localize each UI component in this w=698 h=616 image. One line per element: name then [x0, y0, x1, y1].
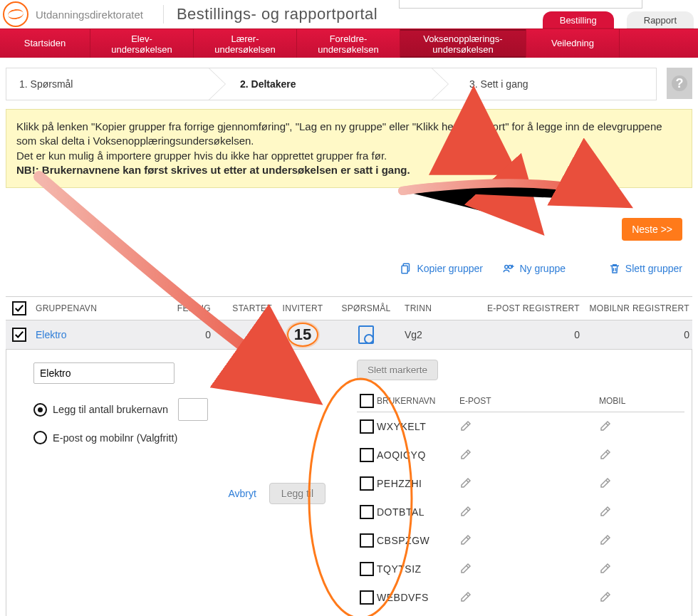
- ny-gruppe-link[interactable]: Ny gruppe: [502, 262, 566, 275]
- user-epost-edit[interactable]: [459, 562, 599, 577]
- user-epost-edit[interactable]: [459, 505, 599, 520]
- group-name-input[interactable]: [33, 362, 174, 384]
- edit-icon[interactable]: [599, 448, 612, 461]
- nav-voksen-l2: undersøkelsen: [400, 44, 526, 55]
- user-epost-edit[interactable]: [459, 419, 599, 434]
- edit-icon[interactable]: [599, 419, 612, 432]
- user-mobil-edit[interactable]: [599, 476, 684, 491]
- user-checkbox[interactable]: [360, 476, 374, 491]
- user-mobil-edit[interactable]: [599, 505, 684, 520]
- svg-rect-1: [402, 266, 407, 273]
- edit-icon[interactable]: [599, 505, 612, 518]
- edit-icon[interactable]: [459, 533, 472, 546]
- nav-larer-l2: undersøkelsen: [194, 44, 296, 55]
- slett-markerte-button[interactable]: Slett markerte: [357, 360, 438, 380]
- radio-add-count[interactable]: [33, 403, 47, 417]
- group-startet: 0 0: [214, 329, 275, 340]
- user-name: WEBDVFS: [377, 592, 459, 603]
- nav-foreldre-l1: Foreldre-: [297, 33, 400, 44]
- nav-elev[interactable]: Elev- undersøkelsen: [90, 29, 194, 58]
- info-line-2: Det er kun mulig å importere grupper hvi…: [16, 149, 682, 163]
- main-nav: Startsiden Elev- undersøkelsen Lærer- un…: [0, 28, 698, 58]
- uh-brukernav: BRUKERNAVN: [377, 396, 459, 406]
- edit-icon[interactable]: [459, 590, 472, 603]
- user-epost-edit[interactable]: [459, 448, 599, 463]
- edit-icon[interactable]: [459, 476, 472, 489]
- wizard-step-2: 2. Deltakere: [219, 68, 441, 100]
- user-mobil-edit[interactable]: [599, 533, 684, 548]
- sporsmal-view-icon[interactable]: [358, 325, 374, 344]
- wizard-arrow: [432, 68, 449, 100]
- nav-veiledning[interactable]: Veiledning: [526, 29, 620, 58]
- user-mobil-edit[interactable]: [599, 419, 684, 434]
- user-checkbox[interactable]: [360, 562, 374, 576]
- user-name: WXYKELT: [377, 421, 459, 432]
- legg-til-button[interactable]: Legg til: [269, 483, 325, 504]
- edit-icon[interactable]: [599, 590, 612, 603]
- ny-gruppe-label: Ny gruppe: [519, 263, 566, 274]
- edit-icon[interactable]: [599, 533, 612, 546]
- group-row[interactable]: Elektro 0 0 0 15 Vg2 0 0: [6, 320, 692, 350]
- group-name-link[interactable]: Elektro: [33, 329, 155, 340]
- user-epost-edit[interactable]: [459, 590, 599, 605]
- uh-mobil: MOBIL: [599, 396, 684, 406]
- trash-icon: [608, 262, 621, 275]
- nav-startsiden[interactable]: Startsiden: [0, 29, 90, 58]
- edit-icon[interactable]: [599, 476, 612, 489]
- user-checkbox[interactable]: [360, 505, 374, 519]
- top-tab-rapport[interactable]: Rapport: [627, 11, 694, 28]
- help-button[interactable]: ?: [667, 68, 692, 99]
- user-epost-edit[interactable]: [459, 476, 599, 491]
- user-row: JTHALEN: [357, 612, 684, 616]
- user-row: AOQICYQ: [357, 441, 684, 469]
- slett-grupper-link[interactable]: Slett grupper: [608, 262, 682, 275]
- edit-icon[interactable]: [459, 562, 472, 575]
- user-mobil-edit[interactable]: [599, 448, 684, 463]
- brand-org: Utdanningsdirektoratet: [36, 9, 143, 21]
- user-mobil-edit[interactable]: [599, 590, 684, 605]
- top-tab-bestilling[interactable]: Bestilling: [543, 11, 614, 28]
- neste-button[interactable]: Neste >>: [622, 218, 682, 241]
- group-mobilreg: 0: [583, 329, 692, 340]
- nav-larer[interactable]: Lærer- undersøkelsen: [194, 29, 297, 58]
- user-checkbox[interactable]: [360, 448, 374, 462]
- user-row: TQYTSIZ: [357, 555, 684, 583]
- th-invitert: INVITERT: [275, 303, 330, 313]
- th-ferdig: FERDIG: [155, 303, 214, 313]
- user-mobil-edit[interactable]: [599, 562, 684, 577]
- group-ferdig: 0: [155, 329, 214, 340]
- nav-elev-l2: undersøkelsen: [90, 44, 193, 55]
- wizard-step-3[interactable]: 3. Sett i gang: [441, 68, 656, 100]
- uh-epost: E-POST: [459, 396, 599, 406]
- user-checkbox[interactable]: [360, 533, 374, 548]
- nav-voksen[interactable]: Voksenopplærings- undersøkelsen: [400, 29, 526, 58]
- radio-epost-mobil-label: E-post og mobilnr (Valgfritt): [53, 432, 177, 444]
- add-count-input[interactable]: [178, 398, 208, 421]
- user-row: WEBDVFS: [357, 583, 684, 612]
- nav-foreldre[interactable]: Foreldre- undersøkelsen: [297, 29, 400, 58]
- cancel-link[interactable]: Avbryt: [228, 488, 256, 499]
- th-gruppenavn: GRUPPENAVN: [33, 303, 155, 313]
- user-select-all-checkbox[interactable]: [360, 394, 374, 408]
- edit-icon[interactable]: [459, 448, 472, 461]
- slett-grupper-label: Slett grupper: [625, 263, 682, 274]
- edit-icon[interactable]: [459, 419, 472, 432]
- select-all-checkbox[interactable]: [12, 301, 26, 315]
- group-checkbox[interactable]: [12, 328, 26, 342]
- user-name: AOQICYQ: [377, 449, 459, 461]
- user-epost-edit[interactable]: [459, 533, 599, 548]
- edit-icon[interactable]: [599, 562, 612, 575]
- group-epostreg: 0: [460, 329, 583, 340]
- radio-add-count-label: Legg til antall brukernavn: [53, 404, 168, 415]
- user-checkbox[interactable]: [360, 590, 374, 605]
- edit-icon[interactable]: [459, 505, 472, 518]
- wizard-step-1[interactable]: 1. Spørsmål: [6, 68, 219, 100]
- kopier-grupper-link[interactable]: Kopier grupper: [400, 262, 483, 275]
- group-add-icon: [502, 262, 515, 275]
- radio-epost-mobil[interactable]: [33, 431, 47, 444]
- search-input[interactable]: [399, 0, 642, 9]
- th-mobilreg: MOBILNR REGISTRERT: [583, 303, 692, 313]
- user-row: DOTBTAL: [357, 498, 684, 526]
- th-epostreg: E-POST REGISTRERT: [460, 303, 583, 313]
- user-checkbox[interactable]: [360, 419, 374, 434]
